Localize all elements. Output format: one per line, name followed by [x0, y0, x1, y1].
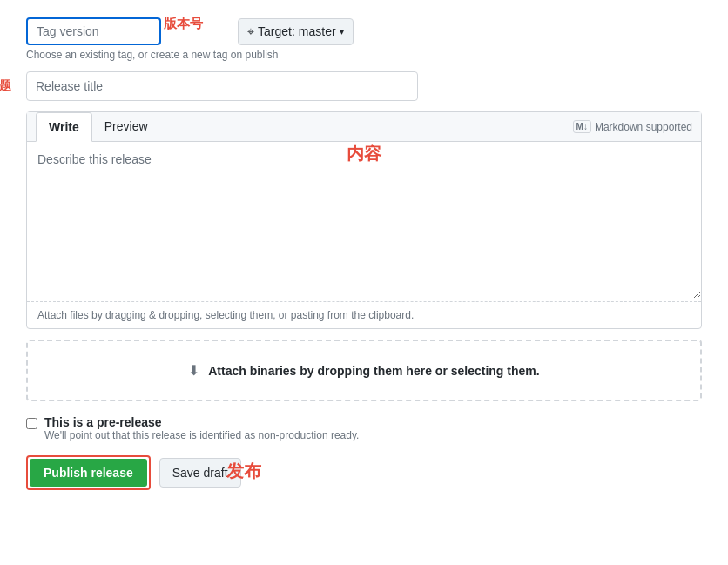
target-text: Target: [258, 24, 295, 38]
chevron-down-icon: ▾ [340, 27, 344, 37]
markdown-text: Markdown supported [595, 121, 692, 133]
tab-preview[interactable]: Preview [92, 112, 160, 142]
target-icon: ⌖ [247, 24, 254, 39]
attach-files-hint: Attach files by dragging & dropping, sel… [27, 302, 701, 328]
publish-label: 发布 [226, 460, 261, 483]
prerelease-title: This is a pre-release [44, 415, 359, 429]
prerelease-checkbox[interactable] [26, 418, 37, 429]
tab-write[interactable]: Write [36, 112, 92, 142]
title-section: 标题 [26, 71, 702, 101]
prerelease-text: This is a pre-release We'll point out th… [44, 415, 359, 441]
prerelease-hint: We'll point out that this release is ide… [44, 429, 359, 441]
action-row: Publish release Save draft 发布 [26, 455, 702, 490]
release-form: 版本号 ⌖ Target: master ▾ Choose an existin… [26, 17, 702, 490]
publish-button-wrapper: Publish release [26, 455, 151, 490]
target-branch-button[interactable]: ⌖ Target: master ▾ [238, 18, 354, 45]
description-textarea[interactable] [27, 142, 701, 299]
release-title-input[interactable] [26, 71, 418, 101]
version-label: 版本号 [164, 16, 203, 32]
prerelease-section: This is a pre-release We'll point out th… [26, 415, 702, 441]
publish-release-button[interactable]: Publish release [30, 459, 147, 487]
tag-version-input[interactable] [26, 17, 161, 45]
title-section-label: 标题 [0, 78, 11, 94]
tabs-header: Write Preview M↓ Markdown supported [27, 112, 701, 142]
description-section: Write Preview M↓ Markdown supported 内容 A… [26, 111, 702, 329]
tabs-left: Write Preview [36, 112, 160, 141]
textarea-wrapper: 内容 [27, 142, 701, 302]
download-arrow-icon: ⬇ [188, 363, 199, 378]
attach-binaries-text: Attach binaries by dropping them here or… [208, 364, 539, 378]
markdown-icon: M↓ [573, 120, 591, 133]
target-branch: master [299, 24, 336, 38]
markdown-label: M↓ Markdown supported [573, 120, 692, 133]
attach-binaries-section[interactable]: ⬇ Attach binaries by dropping them here … [26, 340, 702, 401]
tag-target-row: 版本号 ⌖ Target: master ▾ [26, 17, 702, 45]
tag-hint: Choose an existing tag, or create a new … [26, 49, 702, 61]
